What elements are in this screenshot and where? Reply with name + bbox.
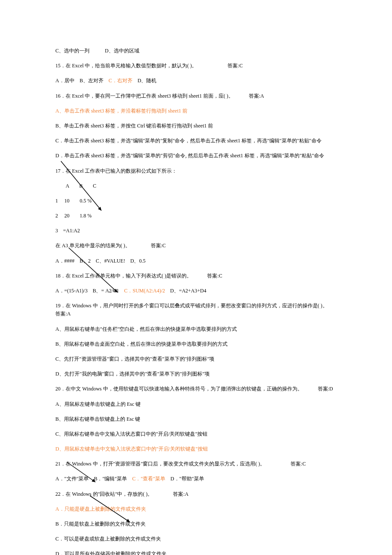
- body-text: C、先打开"资源管理器"窗口，选择其中的"查看"菜单下的"排列图标"项: [55, 356, 214, 362]
- body-text: 1 10 0.5 %: [55, 198, 92, 204]
- text-line: A、单击工作表 sheet3 标签，并沿着标签行拖动到 sheet1 前: [55, 107, 337, 115]
- body-text: 22．在 Windows 的"回收站"中，存放的( )。: [55, 491, 153, 497]
- document-page: C、选中的一列 D、选中的区域15．在 Excel 中，给当前单元格输入数值型数…: [0, 0, 392, 555]
- text-line: 18．在 Excel 工作表单元格中，输入下列表达式( )是错误的。 答案:C: [55, 272, 337, 280]
- body-text: D、=A2+A3+D4: [165, 288, 206, 294]
- text-line: C、先打开"资源管理器"窗口，选择其中的"查看"菜单下的"排列图标"项: [55, 355, 337, 363]
- body-text: 答案:C: [197, 63, 242, 69]
- body-text: A．居中 B、左对齐: [55, 78, 109, 84]
- body-text: C．可以是硬盘或软盘上被删除的文件或文件夹: [55, 536, 161, 542]
- text-line: 在 A3 单元格中显示的结果为( )。 答案:C: [55, 242, 337, 250]
- body-text: A、用鼠标左键单击软键盘上的 Esc 键: [55, 401, 141, 407]
- body-text: 3 =A1:A2: [55, 228, 80, 234]
- text-line: C．可以是硬盘或软盘上被删除的文件或文件夹: [55, 535, 337, 543]
- body-text: 在 A3 单元格中显示的结果为( )。: [55, 243, 130, 249]
- highlighted-text: C．右对齐: [109, 78, 133, 84]
- body-text: 18．在 Excel 工作表单元格中，输入下列表达式( )是错误的。 答案:C: [55, 273, 222, 279]
- text-line: B、用鼠标右键单击软键盘上的 Esc 键: [55, 415, 337, 423]
- body-text: D．"帮助"菜单: [165, 476, 204, 482]
- text-line: 16．在 Excel 中，要在同一工作簿中把工作表 sheet3 移动到 she…: [55, 92, 337, 100]
- body-text: B．只能是软盘上被删除的文件或文件夹: [55, 521, 146, 527]
- text-line: D．单击工作表 sheet3 标签，并选"编辑"菜单的"剪切"命令, 然后后单击…: [55, 152, 337, 160]
- text-line: A、用鼠标左键单击软键盘上的 Esc 键: [55, 400, 337, 408]
- text-line: A．#### B、2 C、#VALUE! D、0.5: [55, 257, 337, 265]
- text-line: D、先打开"我的电脑"窗口，选择其中的"查看"菜单下的"排列图标"项: [55, 370, 337, 378]
- text-line: A．=(15-A1)/3 B、= A2/C1 C．SUM(A2:A4)/2 D、…: [55, 287, 337, 295]
- body-text: C、用鼠标右键单击中文输入法状态窗口中的"开启/关闭软键盘"按钮: [55, 431, 208, 437]
- highlighted-text: A．只能是硬盘上被删除的文件或文件夹: [55, 506, 146, 512]
- body-text: C．单击工作表 sheet3 标签，并选"编辑"菜单的"复制"命令，然后单击工作…: [55, 138, 322, 144]
- body-text: 答案:C: [265, 461, 306, 467]
- highlighted-text: C．"查看"菜单: [132, 476, 165, 482]
- text-line: B、用鼠标右键单击桌面空白处，然后在弹出的快捷菜单中选取要排列的方式: [55, 340, 337, 348]
- text-line: 17．在 Excel 工作表中已输入的数据和公式如下所示：: [55, 167, 337, 175]
- text-line: C、选中的一列 D、选中的区域: [55, 47, 337, 55]
- text-line: B、单击工作表 sheet3 标签，并按住 Ctrl 键沿着标签行拖动到 she…: [55, 122, 337, 130]
- body-text: B、用鼠标右键单击软键盘上的 Esc 键: [55, 416, 140, 422]
- body-text: A、用鼠标右键单击"任务栏"空白处，然后在弹出的快捷菜单中选取要排列的方式: [55, 326, 237, 332]
- body-text: 20．在中文 Windows 中，使用软键盘可以快速地输入各种特殊符号，为了撤消…: [55, 386, 303, 392]
- text-line: B．只能是软盘上被删除的文件或文件夹: [55, 520, 337, 528]
- text-line: A．只能是硬盘上被删除的文件或文件夹: [55, 505, 337, 513]
- body-text: 16．在 Excel 中，要在同一工作簿中把工作表 sheet3 移动到 she…: [55, 93, 233, 99]
- body-text: A．#### B、2 C、#VALUE! D、0.5: [55, 258, 145, 264]
- body-text: A．"文件"菜单 B．"编辑"菜单: [55, 476, 132, 482]
- text-line: C．单击工作表 sheet3 标签，并选"编辑"菜单的"复制"命令，然后单击工作…: [55, 137, 337, 145]
- highlighted-text: C．SUM(A2:A4)/2: [124, 288, 165, 294]
- body-text: C、选中的一列 D、选中的区域: [55, 48, 139, 54]
- text-line: A B C: [55, 182, 337, 190]
- body-text: 19．在 Windows 中，用户同时打开的多个窗口可以层叠式或平铺式排列，要想…: [55, 303, 338, 317]
- text-line: A．"文件"菜单 B．"编辑"菜单 C．"查看"菜单 D．"帮助"菜单: [55, 475, 337, 483]
- text-line: 21．在 Windows 中，打开"资源管理器"窗口后，要改变文件或文件夹的显示…: [55, 460, 337, 468]
- body-text: 15．在 Excel 中，给当前单元格输入数值型数据时，默认为( )。: [55, 63, 197, 69]
- text-line: D、用鼠标左键单击中文输入法状态窗口中的"开启/关闭软键盘"按钮: [55, 445, 337, 453]
- body-text: 2 20 1.8 %: [55, 213, 92, 219]
- text-line: A、用鼠标右键单击"任务栏"空白处，然后在弹出的快捷菜单中选取要排列的方式: [55, 325, 337, 333]
- content-container: C、选中的一列 D、选中的区域15．在 Excel 中，给当前单元格输入数值型数…: [55, 47, 337, 555]
- body-text: D．单击工作表 sheet3 标签，并选"编辑"菜单的"剪切"命令, 然后后单击…: [55, 153, 324, 159]
- body-text: B、单击工作表 sheet3 标签，并按住 Ctrl 键沿着标签行拖动到 she…: [55, 123, 213, 129]
- body-text: 答案:C: [130, 243, 166, 249]
- body-text: 答案:A: [153, 491, 188, 497]
- body-text: D、随机: [133, 78, 157, 84]
- text-line: D．可以是所有外存储器中被删除的文件或文件夹: [55, 550, 337, 555]
- text-line: 15．在 Excel 中，给当前单元格输入数值型数据时，默认为( )。 答案:C: [55, 62, 337, 70]
- highlighted-text: A、单击工作表 sheet3 标签，并沿着标签行拖动到 sheet1 前: [55, 108, 187, 114]
- text-line: 19．在 Windows 中，用户同时打开的多个窗口可以层叠式或平铺式排列，要想…: [55, 302, 337, 318]
- body-text: 答案:D: [303, 386, 333, 392]
- text-line: A．居中 B、左对齐 C．右对齐 D、随机: [55, 77, 337, 85]
- text-line: 22．在 Windows 的"回收站"中，存放的( )。 答案:A: [55, 490, 337, 498]
- text-line: 2 20 1.8 %: [55, 212, 337, 220]
- body-text: D、先打开"我的电脑"窗口，选择其中的"查看"菜单下的"排列图标"项: [55, 371, 210, 377]
- body-text: D．可以是所有外存储器中被删除的文件或文件夹: [55, 551, 167, 555]
- text-line: C、用鼠标右键单击中文输入法状态窗口中的"开启/关闭软键盘"按钮: [55, 430, 337, 438]
- body-text: 21．在 Windows 中，打开"资源管理器"窗口后，要改变文件或文件夹的显示…: [55, 461, 265, 467]
- highlighted-text: D、用鼠标左键单击中文输入法状态窗口中的"开启/关闭软键盘"按钮: [55, 446, 208, 452]
- text-line: 3 =A1:A2: [55, 227, 337, 235]
- text-line: 1 10 0.5 %: [55, 197, 337, 205]
- body-text: B、用鼠标右键单击桌面空白处，然后在弹出的快捷菜单中选取要排列的方式: [55, 341, 228, 347]
- body-text: 答案:A: [233, 93, 264, 99]
- body-text: A B C: [55, 183, 96, 189]
- body-text: 17．在 Excel 工作表中已输入的数据和公式如下所示：: [55, 168, 177, 174]
- text-line: 20．在中文 Windows 中，使用软键盘可以快速地输入各种特殊符号，为了撤消…: [55, 385, 337, 393]
- body-text: A．=(15-A1)/3 B、= A2/C1: [55, 288, 124, 294]
